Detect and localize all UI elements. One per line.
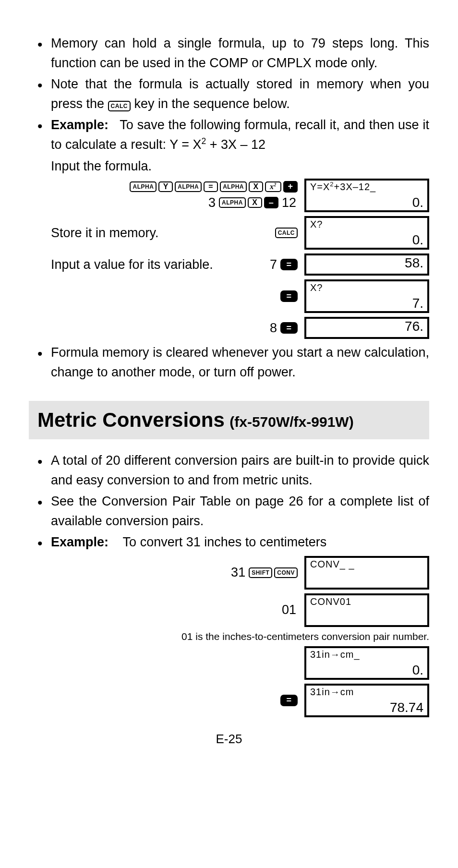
- page-root: Memory can hold a single formula, up to …: [0, 0, 458, 766]
- step-label: Store it in memory.: [29, 226, 275, 241]
- display-bottom-line: 0.: [310, 196, 423, 209]
- alpha-key: ALPHA: [130, 181, 157, 192]
- calc-key-inline: CALC: [108, 101, 131, 111]
- key-sequence: =: [280, 290, 298, 302]
- x-key: X: [249, 181, 263, 192]
- equals-exec-key: =: [280, 695, 298, 706]
- key-sequence: 7 =: [268, 257, 298, 272]
- example-text: To convert 31 inches to centimeters: [123, 535, 327, 549]
- display-bottom-line: 78.74: [310, 701, 423, 714]
- calc-display: CONV01: [304, 593, 429, 627]
- example-bullet: Example: To convert 31 inches to centime…: [29, 532, 429, 552]
- key-sequence: 31 SHIFT CONV: [229, 565, 298, 580]
- calc-display: Y=X2+3X–12_ 0.: [304, 179, 429, 212]
- bullet-item: Formula memory is cleared whenever you s…: [29, 343, 429, 382]
- key-sequence-lines: ALPHA Y ALPHA = ALPHA X x2 + 3 ALPHA X –…: [130, 181, 298, 210]
- bullet-list-after: Formula memory is cleared whenever you s…: [29, 343, 429, 382]
- plus-key: +: [283, 181, 298, 193]
- bullet-list-conv: A total of 20 different conversion pairs…: [29, 451, 429, 552]
- step-row-3: Input a value for its variable. 7 = 58.: [29, 253, 429, 276]
- example-label: Example:: [51, 535, 108, 549]
- example-text: [112, 535, 120, 549]
- key-sequence: =: [280, 695, 298, 706]
- bullet-item: A total of 20 different conversion pairs…: [29, 451, 429, 490]
- bullet-text-suffix: key in the sequence below.: [134, 96, 289, 111]
- key-sequence: 8 =: [268, 321, 298, 336]
- key-sequence-line2: 3 ALPHA X – 12: [207, 195, 298, 210]
- literal-12: 12: [282, 195, 296, 210]
- display-top-line: 31in→cm: [310, 687, 423, 697]
- alpha-key: ALPHA: [219, 197, 246, 208]
- example-label: Example:: [51, 118, 108, 132]
- x-key: X: [248, 197, 262, 208]
- equals-exec-key: =: [280, 322, 298, 334]
- step-row-2: Store it in memory. CALC X? 0.: [29, 216, 429, 250]
- conv-row-1: 31 SHIFT CONV CONV_ _: [29, 556, 429, 590]
- display-bottom-line: [310, 611, 423, 624]
- step-row-1: ALPHA Y ALPHA = ALPHA X x2 + 3 ALPHA X –…: [29, 179, 429, 212]
- key-sequence: 01: [280, 603, 298, 617]
- minus-key: –: [264, 197, 278, 208]
- display-bottom-line: [310, 573, 423, 587]
- display-top-line: X?: [310, 219, 423, 229]
- calc-display: 76.: [304, 317, 429, 339]
- display-top-line: Y=X2+3X–12_: [310, 181, 423, 192]
- conv-key: CONV: [274, 567, 298, 578]
- display-bottom-line: 58.: [310, 256, 423, 270]
- display-bottom-line: 76.: [310, 320, 423, 333]
- key-sequence: CALC: [275, 228, 298, 238]
- display-bottom-line: 7.: [310, 297, 423, 310]
- calc-display: CONV_ _: [304, 556, 429, 590]
- bullet-item: Memory can hold a single formula, up to …: [29, 34, 429, 72]
- calc-display: 58.: [304, 253, 429, 276]
- literal-8: 8: [270, 321, 277, 336]
- step-label: Input a value for its variable.: [29, 257, 268, 272]
- equals-exec-key: =: [280, 290, 298, 302]
- literal-3: 3: [208, 195, 216, 210]
- equals-key: =: [204, 181, 218, 192]
- literal-31: 31: [231, 565, 245, 580]
- bullet-list-top: Memory can hold a single formula, up to …: [29, 34, 429, 154]
- display-bottom-line: 0.: [310, 663, 423, 677]
- conv-row-3: 31in→cm_ 0.: [29, 646, 429, 680]
- shift-key: SHIFT: [249, 567, 272, 578]
- x-squared-key: x2: [265, 181, 281, 192]
- bullet-item: Note that the formula is actually stored…: [29, 74, 429, 113]
- display-top-line: 31in→cm_: [310, 649, 423, 660]
- display-top-line: X?: [310, 282, 423, 293]
- alpha-key: ALPHA: [220, 181, 247, 192]
- alpha-key: ALPHA: [175, 181, 202, 192]
- equals-exec-key: =: [280, 259, 298, 270]
- example-bullet: Example: To save the following formula, …: [29, 115, 429, 154]
- literal-01: 01: [282, 603, 296, 617]
- key-sequence-line1: ALPHA Y ALPHA = ALPHA X x2 +: [130, 181, 298, 193]
- calc-display: 31in→cm 78.74: [304, 684, 429, 717]
- calc-display: X? 0.: [304, 216, 429, 250]
- conv-row-4: = 31in→cm 78.74: [29, 684, 429, 717]
- display-top-line: CONV_ _: [310, 559, 423, 569]
- heading-main: Metric Conversions: [37, 409, 225, 431]
- display-top-line: CONV01: [310, 596, 423, 607]
- heading-sub: (fx-570W/fx-991W): [229, 414, 353, 430]
- conversion-pair-note: 01 is the inches-to-centimeters conversi…: [29, 631, 429, 642]
- bullet-item: See the Conversion Pair Table on page 26…: [29, 492, 429, 530]
- section-heading: Metric Conversions (fx-570W/fx-991W): [29, 401, 429, 439]
- literal-7: 7: [270, 257, 277, 272]
- step-row-5: 8 = 76.: [29, 317, 429, 339]
- step-row-4: = X? 7.: [29, 279, 429, 313]
- conv-row-2: 01 CONV01: [29, 593, 429, 627]
- calc-display: 31in→cm_ 0.: [304, 646, 429, 680]
- calc-display: X? 7.: [304, 279, 429, 313]
- display-bottom-line: 0.: [310, 233, 423, 247]
- instruction-text: Input the formula.: [51, 159, 429, 174]
- y-key: Y: [158, 181, 173, 192]
- calc-key: CALC: [275, 228, 298, 238]
- page-number: E-25: [29, 732, 429, 747]
